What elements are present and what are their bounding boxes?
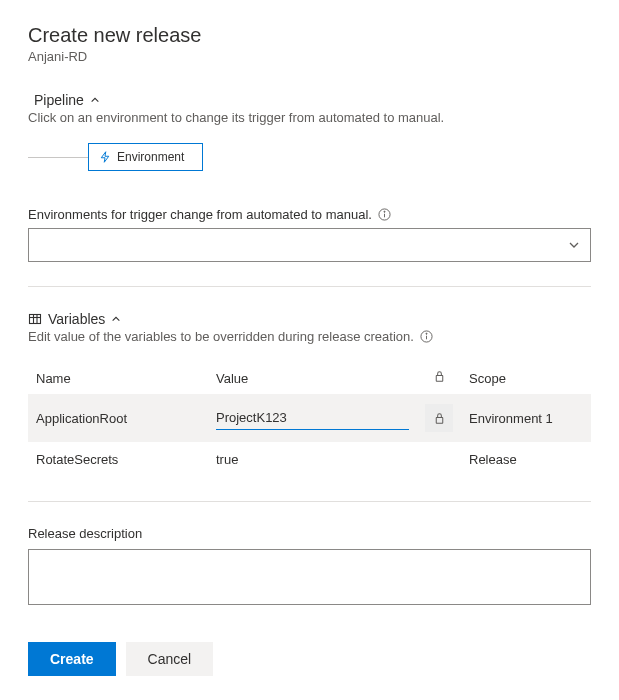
create-button[interactable]: Create [28,642,116,676]
variable-value-input[interactable] [216,406,409,430]
pipeline-section-label: Pipeline [34,92,84,108]
variable-name-cell: ApplicationRoot [28,394,208,442]
section-divider [28,286,591,287]
chevron-down-icon [568,239,580,251]
table-row[interactable]: ApplicationRoot Environment 1 [28,394,591,442]
pipeline-environment-node[interactable]: Environment [88,143,203,171]
svg-rect-3 [30,315,41,324]
variable-secret-cell[interactable] [417,394,461,442]
variable-value-cell[interactable] [208,394,417,442]
lock-icon [433,370,446,383]
variable-value-cell: true [208,442,417,477]
info-icon[interactable] [420,330,433,343]
table-row[interactable]: RotateSecrets true Release [28,442,591,477]
svg-point-9 [426,333,427,334]
pipeline-section-header[interactable]: Pipeline [28,92,591,108]
cancel-button[interactable]: Cancel [126,642,214,676]
variables-section-label: Variables [48,311,105,327]
button-row: Create Cancel [28,642,591,676]
variable-scope-cell: Environment 1 [461,394,591,442]
variables-table: Name Value Scope ApplicationRoot [28,362,591,477]
variables-section-caption: Edit value of the variables to be overri… [28,329,591,344]
info-icon[interactable] [378,208,391,221]
variable-secret-cell [417,442,461,477]
variables-header-value: Value [208,362,417,394]
variables-header-name: Name [28,362,208,394]
variable-name-cell: RotateSecrets [28,442,208,477]
svg-rect-10 [436,376,443,382]
variables-header-scope: Scope [461,362,591,394]
page-title: Create new release [28,24,591,47]
lock-icon [433,412,446,425]
variables-section-header[interactable]: Variables [28,311,591,327]
release-description-label: Release description [28,526,591,541]
grid-icon [28,312,42,326]
chevron-up-icon [90,95,100,105]
environments-dropdown[interactable] [28,228,591,262]
variable-scope-cell: Release [461,442,591,477]
secret-toggle-button[interactable] [425,404,453,432]
chevron-up-icon [111,314,121,324]
svg-point-2 [384,211,385,212]
variables-header-secret [417,362,461,394]
release-description-textarea[interactable] [28,549,591,605]
svg-rect-11 [436,417,443,423]
pipeline-section-caption: Click on an environment to change its tr… [28,110,591,125]
page-subtitle: Anjani-RD [28,49,591,64]
pipeline-node-label: Environment [117,150,184,164]
environments-field-label: Environments for trigger change from aut… [28,207,591,222]
lightning-icon [99,151,111,163]
pipeline-graph: Environment [28,143,591,171]
pipeline-connector [28,157,88,158]
section-divider [28,501,591,502]
